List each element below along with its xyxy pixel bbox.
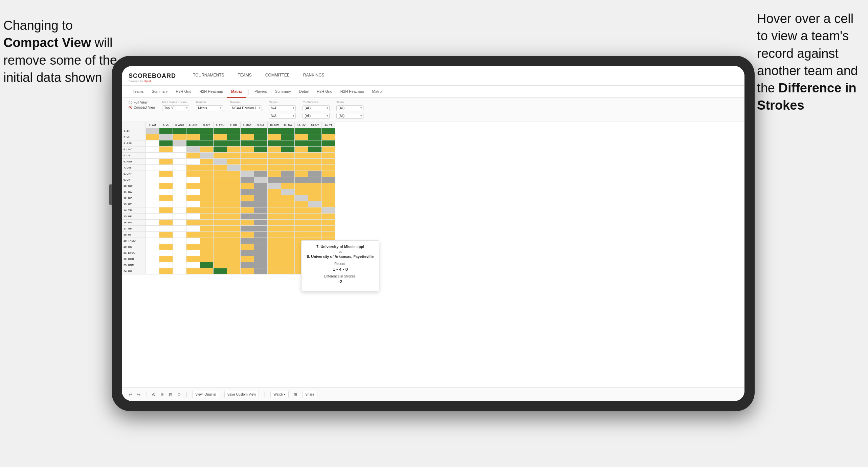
matrix-cell[interactable] — [268, 207, 281, 214]
matrix-cell[interactable] — [214, 147, 227, 153]
matrix-cell[interactable] — [146, 201, 159, 207]
matrix-cell[interactable] — [186, 159, 200, 165]
matrix-cell[interactable] — [214, 268, 227, 274]
matrix-cell[interactable] — [281, 128, 295, 134]
matrix-cell[interactable] — [186, 244, 200, 250]
matrix-cell[interactable] — [268, 232, 281, 238]
matrix-cell[interactable] — [227, 128, 241, 134]
matrix-cell[interactable] — [308, 153, 322, 159]
matrix-cell[interactable] — [214, 177, 227, 183]
matrix-cell[interactable] — [295, 147, 308, 153]
matrix-cell[interactable] — [173, 134, 186, 140]
matrix-cell[interactable] — [200, 244, 214, 250]
matrix-cell[interactable] — [268, 262, 281, 268]
matrix-cell[interactable] — [200, 183, 214, 189]
matrix-cell[interactable] — [159, 226, 173, 232]
conference-select-1[interactable]: (All) — [303, 105, 330, 111]
matrix-cell[interactable] — [173, 201, 186, 207]
matrix-cell[interactable] — [159, 183, 173, 189]
matrix-cell[interactable] — [146, 147, 159, 153]
matrix-cell[interactable] — [227, 195, 241, 201]
matrix-cell[interactable] — [227, 268, 241, 274]
matrix-cell[interactable] — [268, 214, 281, 220]
matrix-cell[interactable] — [227, 238, 241, 244]
matrix-cell[interactable] — [227, 165, 241, 171]
team-select-1[interactable]: (All) — [336, 105, 363, 111]
matrix-cell[interactable] — [308, 128, 322, 134]
matrix-cell[interactable] — [214, 153, 227, 159]
fit-icon[interactable]: ⊙ — [177, 392, 181, 397]
undo-icon[interactable]: ↩ — [129, 392, 132, 397]
matrix-cell[interactable] — [268, 250, 281, 256]
matrix-cell[interactable] — [173, 268, 186, 274]
matrix-cell[interactable] — [281, 220, 295, 226]
matrix-cell[interactable] — [173, 238, 186, 244]
matrix-cell[interactable] — [254, 153, 268, 159]
matrix-cell[interactable] — [268, 226, 281, 232]
layout-icon[interactable]: ⊞ — [294, 392, 297, 397]
matrix-cell[interactable] — [281, 214, 295, 220]
matrix-cell[interactable] — [227, 244, 241, 250]
matrix-cell[interactable] — [173, 256, 186, 262]
matrix-cell[interactable] — [159, 159, 173, 165]
zoom-out-icon[interactable]: ⊟ — [169, 392, 172, 397]
matrix-cell[interactable] — [268, 189, 281, 195]
matrix-cell[interactable] — [159, 232, 173, 238]
matrix-cell[interactable] — [227, 262, 241, 268]
matrix-cell[interactable] — [214, 262, 227, 268]
matrix-cell[interactable] — [146, 250, 159, 256]
matrix-cell[interactable] — [159, 140, 173, 147]
matrix-cell[interactable] — [186, 165, 200, 171]
matrix-cell[interactable] — [227, 220, 241, 226]
matrix-cell[interactable] — [254, 189, 268, 195]
matrix-cell[interactable] — [241, 226, 254, 232]
tab-matrix-players[interactable]: Matrix — [368, 86, 386, 98]
matrix-cell[interactable] — [295, 159, 308, 165]
matrix-cell[interactable] — [214, 250, 227, 256]
matrix-cell[interactable] — [295, 183, 308, 189]
division-select[interactable]: NCAA Division I — [230, 105, 262, 111]
tab-h2h-grid[interactable]: H2H Grid — [172, 86, 195, 98]
matrix-cell[interactable] — [173, 262, 186, 268]
tab-teams[interactable]: Teams — [129, 86, 148, 98]
tab-h2h-heatmap-players[interactable]: H2H Heatmap — [336, 86, 368, 98]
matrix-cell[interactable] — [146, 165, 159, 171]
matrix-cell[interactable] — [159, 250, 173, 256]
matrix-cell[interactable] — [200, 177, 214, 183]
matrix-cell[interactable] — [268, 220, 281, 226]
matrix-cell[interactable] — [214, 134, 227, 140]
matrix-cell[interactable] — [268, 256, 281, 262]
matrix-cell[interactable] — [308, 177, 322, 183]
matrix-cell[interactable] — [308, 232, 322, 238]
matrix-cell[interactable] — [214, 214, 227, 220]
matrix-cell[interactable] — [186, 268, 200, 274]
matrix-cell[interactable] — [281, 244, 295, 250]
matrix-cell[interactable] — [308, 171, 322, 177]
matrix-cell[interactable] — [200, 189, 214, 195]
matrix-cell[interactable] — [146, 189, 159, 195]
matrix-cell[interactable] — [322, 232, 335, 238]
matrix-cell[interactable] — [295, 189, 308, 195]
matrix-cell[interactable] — [186, 250, 200, 256]
matrix-cell[interactable] — [268, 195, 281, 201]
matrix-cell[interactable] — [146, 140, 159, 147]
matrix-cell[interactable] — [159, 244, 173, 250]
matrix-cell[interactable] — [281, 134, 295, 140]
matrix-cell[interactable] — [308, 220, 322, 226]
matrix-cell[interactable] — [281, 201, 295, 207]
matrix-cell[interactable] — [322, 177, 335, 183]
matrix-cell[interactable] — [281, 268, 295, 274]
matrix-cell[interactable] — [200, 262, 214, 268]
matrix-cell[interactable] — [254, 165, 268, 171]
matrix-cell[interactable] — [281, 262, 295, 268]
matrix-cell[interactable] — [254, 128, 268, 134]
matrix-cell[interactable] — [308, 207, 322, 214]
matrix-cell[interactable] — [268, 147, 281, 153]
matrix-cell[interactable] — [146, 171, 159, 177]
matrix-cell[interactable] — [214, 195, 227, 201]
matrix-cell[interactable] — [241, 214, 254, 220]
matrix-wrapper[interactable]: 1. AU2. VU3. ASU4. UNC5. UT6. FSU7. UM8.… — [122, 122, 744, 387]
matrix-cell[interactable] — [322, 165, 335, 171]
matrix-cell[interactable] — [241, 171, 254, 177]
matrix-cell[interactable] — [200, 128, 214, 134]
